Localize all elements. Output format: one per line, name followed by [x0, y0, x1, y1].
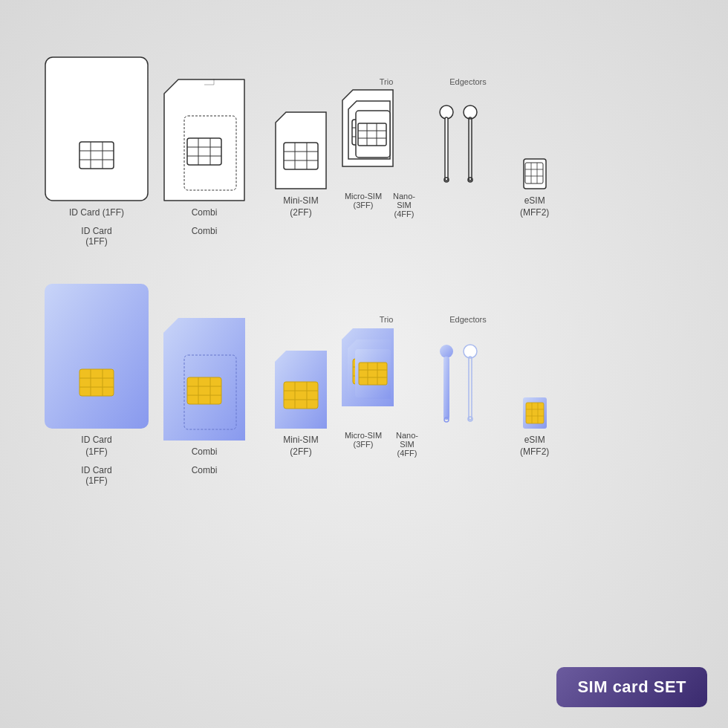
svg-rect-46: [79, 369, 114, 396]
svg-rect-27: [356, 111, 390, 157]
esim-filled-svg: [523, 397, 547, 429]
trio-filled-label: Trio: [380, 315, 394, 324]
mini-sim-outline-label: Mini-SIM(2FF): [283, 195, 318, 218]
filled-section: ID Card(1FF): [45, 284, 683, 486]
esim-filled-item: eSIM(MFF2): [520, 284, 549, 458]
svg-rect-0: [45, 57, 148, 201]
id-card-filled-label: ID Card(1FF): [81, 435, 111, 458]
svg-rect-37: [469, 117, 472, 181]
svg-rect-73: [359, 363, 387, 385]
badge-text: SIM card SET: [577, 677, 686, 696]
id-card-outline-svg: [45, 56, 149, 201]
combi-filled-svg: [163, 318, 245, 441]
combi-filled-item: Combi: [163, 296, 245, 458]
trio-edgectors-outline-group: Trio Edgectors: [342, 77, 498, 218]
mini-sim-outline-svg: [275, 111, 327, 189]
id-card-outline-item: ID Card (1FF): [45, 56, 149, 219]
esim-outline-label: eSIM(MFF2): [520, 195, 549, 218]
id-card-outline-label: ID Card (1FF): [69, 207, 124, 219]
filled-cards-row: ID Card(1FF): [45, 284, 683, 458]
svg-rect-82: [469, 357, 472, 420]
main-container: ID Card (1FF): [0, 0, 728, 728]
ejector2-filled: [462, 343, 478, 425]
mini-sim-filled-item: Mini-SIM(2FF): [275, 284, 327, 458]
combi-filled-label: Combi: [192, 446, 218, 458]
micro-sim-filled-label: Micro-SIM(3FF): [342, 431, 385, 458]
esim-outline-item: eSIM(MFF2): [520, 45, 549, 218]
outline-section: ID Card (1FF): [45, 45, 683, 247]
trio-outline-label: Trio: [380, 77, 394, 86]
nano-sim-outline-label: Nano-SIM(4FF): [386, 192, 422, 218]
esim-filled-label: eSIM(MFF2): [520, 435, 549, 458]
trio-nano-outline: [355, 110, 391, 158]
id-card-label-filled: ID Card(1FF): [45, 465, 149, 486]
combi-outline-label: Combi: [192, 207, 218, 219]
trio-edgectors-filled-group: Trio Edgectors: [342, 312, 498, 458]
combi-label-outline: Combi: [163, 226, 245, 236]
svg-rect-79: [443, 357, 449, 420]
id-card-label-outline: ID Card(1FF): [45, 226, 149, 247]
id-card-filled-item: ID Card(1FF): [45, 284, 149, 458]
combi-outline-item: Combi: [163, 56, 245, 219]
mini-sim-filled-svg: [275, 351, 327, 429]
ejector1-filled: [438, 343, 455, 425]
ejector2-outline: [462, 104, 478, 186]
micro-sim-outline-label: Micro-SIM(3FF): [342, 192, 385, 218]
svg-rect-52: [187, 377, 221, 404]
edgectors-filled-label: Edgectors: [449, 315, 487, 324]
sim-card-set-badge: SIM card SET: [556, 667, 707, 707]
edgectors-outline-label: Edgectors: [449, 77, 487, 86]
nano-sim-filled-label: Nano-SIM(4FF): [389, 431, 425, 458]
mini-sim-filled-label: Mini-SIM(2FF): [283, 435, 318, 458]
svg-point-78: [440, 345, 453, 358]
svg-rect-45: [45, 284, 149, 429]
combi-outline-svg: [163, 79, 245, 201]
esim-outline-svg: [523, 158, 547, 189]
svg-rect-57: [284, 382, 318, 409]
svg-rect-34: [445, 117, 448, 181]
mini-sim-outline-item: Mini-SIM(2FF): [275, 45, 327, 218]
combi-label-filled: Combi: [163, 465, 245, 486]
ejector1-outline: [438, 104, 455, 186]
outline-cards-row: ID Card (1FF): [45, 45, 683, 218]
svg-rect-85: [526, 403, 544, 423]
trio-nano-filled: [355, 349, 391, 397]
id-card-filled-svg: [45, 284, 149, 429]
